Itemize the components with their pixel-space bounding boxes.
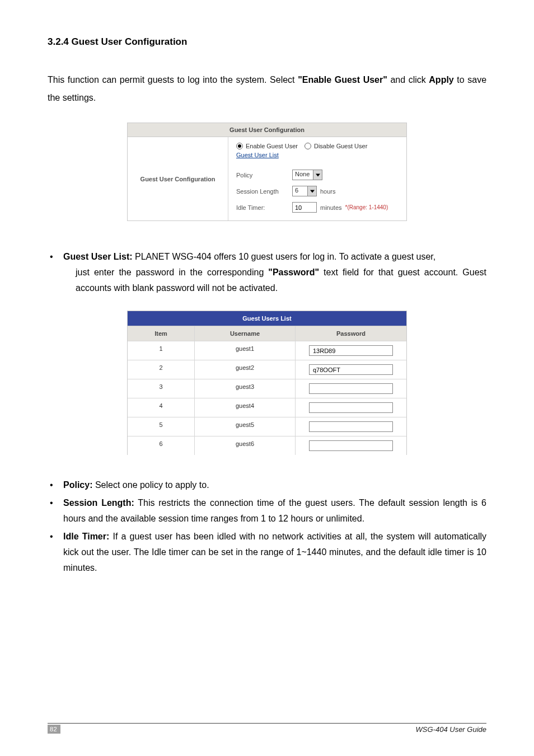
password-input[interactable] [309,402,393,413]
cell-username: guest1 [195,341,296,360]
session-length-suffix: hours [320,188,336,195]
bullet-session-length: • Session Length: This restricts the con… [48,495,486,527]
password-input[interactable] [309,440,393,451]
chevron-down-icon [307,186,316,196]
intro-paragraph: This function can permit guests to log i… [48,71,486,107]
bullet-idle-text: If a guest user has been idled with no n… [63,532,486,572]
guest-users-list-table: Guest Users List Item Username Password … [127,311,407,455]
cell-username: guest3 [195,379,296,398]
password-input[interactable] [309,383,393,394]
cell-username: guest5 [195,417,296,436]
session-length-label: Session Length [236,188,292,195]
radio-disable-label: Disable Guest User [314,143,367,149]
bullet-idle-timer: • Idle Timer: If a guest user has been i… [48,529,486,576]
bullet-session-label: Session Length: [63,498,134,508]
idle-timer-input[interactable] [292,202,317,213]
policy-select[interactable]: None [292,170,322,180]
table-row: 1 guest1 [128,341,406,360]
password-input[interactable] [309,345,393,356]
bullet-gul-password-bold: "Password" [268,267,319,277]
table-row: 3 guest3 [128,379,406,398]
th-item: Item [128,326,195,341]
bullet-policy: • Policy: Select one policy to apply to. [48,477,486,493]
table-title: Guest Users List [128,311,406,326]
session-length-value: 6 [293,186,307,196]
th-username: Username [195,326,296,341]
password-input[interactable] [309,364,393,375]
page-footer: 82 WSG-404 User Guide [48,723,486,734]
bullet-gul-line1: PLANET WSG-404 offers 10 guest users for… [133,252,436,261]
chevron-down-icon [313,170,322,180]
bullet-policy-text: Select one policy to apply to. [92,480,209,490]
bullet-guest-user-list: • Guest User List: PLANET WSG-404 offers… [48,249,486,296]
radio-disable-guest[interactable] [305,143,311,149]
guest-user-list-link[interactable]: Guest User List [236,152,279,158]
password-input[interactable] [309,421,393,432]
table-row: 4 guest4 [128,398,406,417]
cell-item: 4 [128,398,195,417]
idle-timer-label: Idle Timer: [236,204,292,211]
bullet-policy-label: Policy: [63,480,92,490]
intro-text-mid: and click [387,75,429,84]
radio-enable-label: Enable Guest User [246,143,298,149]
page-number: 82 [48,725,60,734]
radio-enable-guest[interactable] [236,143,243,149]
cell-username: guest6 [195,436,296,455]
svg-marker-0 [316,173,320,176]
cell-item: 5 [128,417,195,436]
cell-username: guest4 [195,398,296,417]
policy-label: Policy [236,172,292,179]
panel-title: Guest User Configuration [128,123,406,137]
panel-left-label: Guest User Configuration [128,137,228,220]
policy-select-value: None [293,170,313,180]
cell-item: 6 [128,436,195,455]
guide-title: WSG-404 User Guide [416,725,486,734]
intro-bold-enable: "Enable Guest User" [298,75,387,84]
th-password: Password [296,326,406,341]
intro-bold-apply: Apply [429,75,453,84]
cell-item: 3 [128,379,195,398]
idle-timer-range: *(Range: 1-1440) [345,204,388,210]
intro-text-pre: This function can permit guests to log i… [48,75,298,84]
cell-item: 2 [128,360,195,379]
svg-marker-1 [310,190,315,192]
guest-user-config-panel: Guest User Configuration Guest User Conf… [127,123,407,221]
table-row: 6 guest6 [128,436,406,455]
bullet-gul-line2a: just enter the password in the correspon… [76,267,268,277]
session-length-select[interactable]: 6 [292,186,317,196]
cell-username: guest2 [195,360,296,379]
bullet-gul-label: Guest User List: [63,252,133,261]
table-row: 2 guest2 [128,360,406,379]
section-heading: 3.2.4 Guest User Configuration [48,36,486,48]
bullet-idle-label: Idle Timer: [63,532,109,541]
cell-item: 1 [128,341,195,360]
idle-timer-suffix: minutes [320,204,342,211]
table-row: 5 guest5 [128,417,406,436]
